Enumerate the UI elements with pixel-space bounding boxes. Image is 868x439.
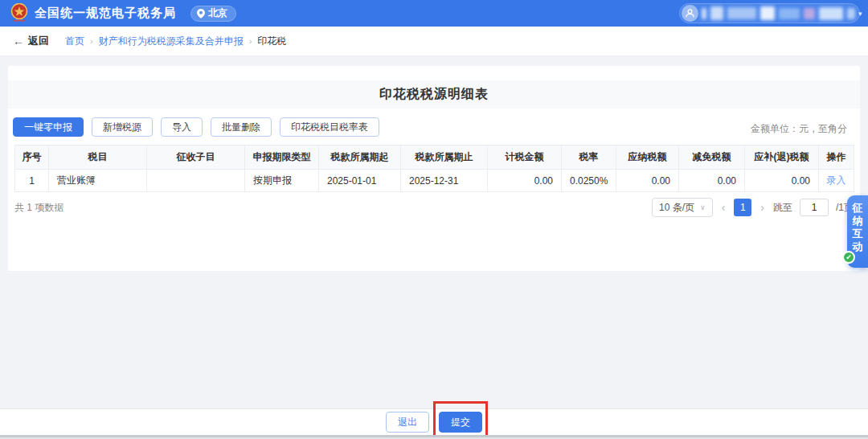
total-count-text: 共 1 项数据 (14, 201, 63, 215)
page-size-value: 10 条/页 (659, 201, 694, 215)
breadcrumb-item-collection[interactable]: 财产和行为税税源采集及合并申报 (99, 35, 244, 48)
submit-button[interactable]: 提交 (439, 412, 482, 433)
pagination-row: 共 1 项数据 10 条/页 ∨ ‹ 1 › 跳至 /1页 (14, 198, 854, 217)
cell-tax-item: 营业账簿 (49, 170, 147, 192)
app-title: 全国统一规范电子税务局 (35, 6, 176, 21)
cell-period-start: 2025-01-01 (319, 170, 401, 192)
tax-interaction-tab[interactable]: 征纳互动 ✔ (847, 195, 868, 268)
submit-wrap: 提交 (439, 412, 482, 433)
import-button[interactable]: 导入 (161, 117, 203, 137)
pagination: 10 条/页 ∨ ‹ 1 › 跳至 /1页 (652, 198, 854, 217)
user-avatar-icon (682, 5, 698, 22)
jump-to-label: 跳至 (773, 201, 792, 215)
jump-page-input[interactable] (800, 199, 829, 216)
content-card: 印花税税源明细表 一键零申报 新增税源 导入 批量删除 印花税税目税率表 金额单… (8, 66, 860, 271)
national-emblem-logo (10, 3, 28, 23)
select-caret-icon: ∨ (700, 203, 706, 211)
current-page-button[interactable]: 1 (734, 199, 751, 216)
cell-sub-item (147, 170, 245, 192)
amount-unit-note: 金额单位：元，至角分 (751, 122, 847, 136)
app-header: 全国统一规范电子税务局 北京 ▾ (0, 0, 868, 27)
back-button[interactable]: ← 返回 (13, 34, 49, 48)
col-tax-payable: 应纳税额 (616, 146, 679, 170)
one-click-zero-declare-button[interactable]: 一键零申报 (13, 117, 84, 137)
page-size-select[interactable]: 10 条/页 ∨ (652, 198, 713, 217)
cell-tax-payable: 0.00 (616, 170, 679, 192)
cell-period-end: 2025-12-31 (401, 170, 488, 192)
col-action: 操作 (819, 146, 854, 170)
breadcrumb-separator-icon: › (90, 36, 93, 46)
add-tax-source-button[interactable]: 新增税源 (92, 117, 153, 137)
col-tax-rate: 税率 (562, 146, 616, 170)
brand: 全国统一规范电子税务局 北京 (10, 3, 236, 23)
back-arrow-icon: ← (13, 35, 24, 47)
title-band: 印花税税源明细表 (8, 80, 860, 109)
breadcrumb-item-current: 印花税 (257, 35, 286, 48)
col-tax-due: 应补(退)税额 (745, 146, 819, 170)
col-period-type: 申报期限类型 (245, 146, 319, 170)
user-info-redacted (702, 6, 855, 20)
col-tax-reduction: 减免税额 (679, 146, 745, 170)
page-title: 印花税税源明细表 (379, 86, 489, 103)
location-badge[interactable]: 北京 (190, 6, 236, 22)
tax-interaction-label: 征纳互动 (852, 202, 863, 253)
user-menu[interactable]: ▾ (679, 3, 860, 23)
interaction-chat-icon: ✔ (842, 251, 855, 264)
stamp-tax-rate-table-button[interactable]: 印花税税目税率表 (280, 117, 379, 137)
back-label: 返回 (28, 34, 49, 48)
breadcrumb-separator-icon: › (249, 36, 252, 46)
col-taxable-amount: 计税金额 (488, 146, 562, 170)
toolbar: 一键零申报 新增税源 导入 批量删除 印花税税目税率表 (13, 117, 379, 137)
cell-seq: 1 (15, 170, 49, 192)
col-seq: 序号 (15, 146, 49, 170)
cell-tax-reduction: 0.00 (679, 170, 745, 192)
table-row: 1 营业账簿 按期申报 2025-01-01 2025-12-31 0.00 0… (15, 170, 854, 192)
table-header-row: 序号 税目 征收子目 申报期限类型 税款所属期起 税款所属期止 计税金额 税率 … (15, 146, 854, 170)
breadcrumb: 首页 › 财产和行为税税源采集及合并申报 › 印花税 (65, 35, 286, 48)
breadcrumb-bar: ← 返回 首页 › 财产和行为税税源采集及合并申报 › 印花税 (0, 27, 868, 56)
location-pin-icon (197, 9, 205, 18)
next-page-button[interactable]: › (759, 201, 766, 214)
col-period-end: 税款所属期止 (401, 146, 488, 170)
chevron-down-icon: ▾ (858, 10, 862, 18)
cell-tax-rate: 0.0250% (562, 170, 616, 192)
col-sub-item: 征收子目 (147, 146, 245, 170)
cell-taxable-amount: 0.00 (488, 170, 562, 192)
tax-source-table: 序号 税目 征收子目 申报期限类型 税款所属期起 税款所属期止 计税金额 税率 … (14, 145, 854, 192)
exit-button[interactable]: 退出 (386, 412, 429, 433)
cell-period-type: 按期申报 (245, 170, 319, 192)
location-label: 北京 (208, 6, 227, 20)
col-tax-item: 税目 (49, 146, 147, 170)
cell-tax-due: 0.00 (745, 170, 819, 192)
col-period-start: 税款所属期起 (319, 146, 401, 170)
batch-delete-button[interactable]: 批量删除 (211, 117, 272, 137)
breadcrumb-item-home[interactable]: 首页 (65, 35, 84, 48)
prev-page-button[interactable]: ‹ (720, 201, 727, 214)
footer-action-bar: 退出 提交 (0, 408, 868, 435)
row-enter-link[interactable]: 录入 (827, 174, 846, 186)
